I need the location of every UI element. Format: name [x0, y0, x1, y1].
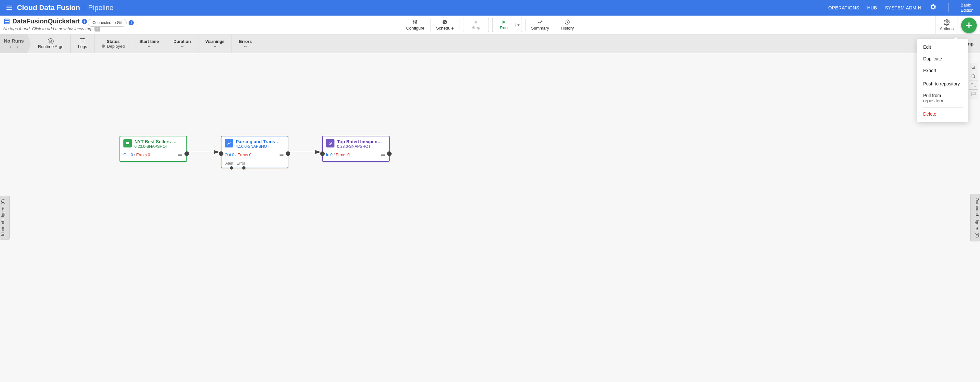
nav-hub[interactable]: HUB [867, 5, 877, 10]
svg-point-11 [416, 21, 417, 21]
git-info-icon[interactable]: i [129, 20, 134, 25]
node2-alert-port[interactable] [230, 166, 233, 170]
stop-button[interactable]: Stop [463, 18, 489, 32]
stop-button-wrap: Stop [460, 16, 492, 34]
status-cell: Status Deployed [94, 34, 132, 53]
edition-selector[interactable]: Basic Edition [961, 3, 977, 13]
node1-menu-icon[interactable] [177, 151, 183, 159]
actions-menu-duplicate[interactable]: Duplicate [917, 53, 968, 65]
node1-title: NYT Best Sellers Ra… [134, 139, 180, 144]
run-button[interactable]: Run [492, 19, 515, 30]
node2-in-port[interactable] [219, 151, 223, 156]
actions-menu-edit[interactable]: Edit [917, 41, 968, 53]
git-status-pill[interactable]: Connected to Git [88, 19, 127, 27]
start-time-cell: Start time -- [132, 34, 166, 53]
node3-title: Top Rated Inexpensi… [337, 139, 382, 144]
warnings-value: -- [214, 44, 216, 49]
nav-system-admin[interactable]: SYSTEM ADMIN [885, 5, 921, 10]
sink-icon [326, 139, 334, 148]
start-header: Start time [139, 39, 159, 44]
errors-header: Errors [239, 39, 251, 44]
node3-in: In 0 [326, 153, 332, 157]
summary-label: Summary [531, 25, 549, 30]
pipeline-name[interactable]: DataFusionQuickstart [12, 18, 80, 25]
stop-label: Stop [471, 25, 480, 30]
svg-point-20 [946, 22, 948, 23]
svg-marker-23 [9, 46, 11, 48]
prev-run-icon[interactable] [8, 45, 13, 49]
runtime-args-icon: M [48, 38, 54, 44]
node3-menu-icon[interactable] [380, 151, 386, 159]
tags-placeholder[interactable]: No tags found. Click to add a new busine… [3, 26, 92, 31]
actions-menu-export[interactable]: Export [917, 65, 968, 76]
node2-out-port[interactable] [286, 151, 290, 156]
hamburger-icon[interactable] [3, 1, 16, 14]
node3-in-port[interactable] [320, 151, 325, 156]
next-run-icon[interactable] [15, 45, 20, 49]
actions-menu-delete[interactable]: Delete [917, 108, 968, 120]
comments-button[interactable] [969, 89, 978, 99]
node-source[interactable]: NYT Best Sellers Ra… 0.23.0-SNAPSHOT Out… [119, 136, 187, 162]
node-transform[interactable]: Parsing and Transfo… 4.10.0-SNAPSHOT Out… [221, 136, 288, 168]
pipeline-logo-icon [3, 18, 10, 25]
actions-menu-push[interactable]: Push to repository [917, 78, 968, 90]
configure-label: Configure [406, 25, 425, 30]
node2-out: Out 0 [225, 153, 234, 157]
schedule-button[interactable]: Schedule [430, 16, 460, 34]
node2-menu-icon[interactable] [278, 151, 285, 159]
section-title: Pipeline [88, 3, 113, 12]
node2-error-port[interactable] [242, 166, 245, 170]
schedule-label: Schedule [436, 25, 453, 30]
history-label: History [561, 25, 574, 30]
start-value: -- [148, 44, 151, 49]
warnings-header: Warnings [205, 39, 225, 44]
run-dropdown-caret[interactable] [515, 23, 522, 27]
edition-line1: Basic [961, 3, 974, 8]
nav-operations[interactable]: OPERATIONS [828, 5, 859, 10]
configure-button[interactable]: Configure [400, 16, 430, 34]
node3-version: 0.23.0-SNAPSHOT [337, 144, 382, 149]
node2-version: 4.10.0-SNAPSHOT [236, 144, 281, 149]
fit-screen-button[interactable] [969, 81, 978, 90]
runtime-args-button[interactable]: M Runtime Args [28, 34, 71, 53]
node-sink[interactable]: Top Rated Inexpensi… 0.23.0-SNAPSHOT In … [322, 136, 390, 162]
node2-title: Parsing and Transfo… [236, 139, 281, 144]
menu-separator [922, 107, 963, 108]
warnings-cell: Warnings -- [199, 34, 232, 53]
summary-button[interactable]: Summary [525, 16, 555, 34]
duration-cell: Duration -- [166, 34, 198, 53]
actions-button[interactable]: Actions [935, 16, 958, 34]
source-icon [123, 139, 132, 148]
duration-value: -- [181, 44, 184, 49]
inbound-triggers-tab[interactable]: Inbound triggers (0) [0, 196, 10, 239]
actions-menu: Edit Duplicate Export Push to repository… [917, 39, 968, 122]
errors-value: -- [244, 44, 247, 49]
run-selector[interactable]: No Runs [0, 34, 28, 53]
node3-err: Errors 0 [336, 153, 350, 157]
svg-rect-34 [126, 142, 129, 144]
svg-rect-15 [474, 21, 477, 23]
run-label: Run [500, 25, 508, 30]
history-button[interactable]: History [555, 16, 580, 34]
logs-label: Logs [78, 44, 87, 49]
svg-point-10 [415, 22, 416, 23]
settings-gear-icon[interactable] [929, 3, 937, 12]
menu-separator [922, 77, 963, 77]
errors-cell: Errors -- [232, 34, 259, 53]
outbound-triggers-tab[interactable]: Outbound triggers (0) [970, 194, 980, 241]
node2-err: Errors 0 [237, 153, 251, 157]
node1-out-port[interactable] [185, 151, 189, 156]
actions-menu-pull[interactable]: Pull from repository [917, 90, 968, 107]
runtime-args-label: Runtime Args [38, 44, 63, 49]
node3-out-port[interactable] [387, 151, 391, 156]
info-icon[interactable]: i [82, 19, 87, 24]
zoom-in-button[interactable] [969, 63, 978, 72]
svg-rect-3 [5, 19, 10, 24]
actions-label: Actions [940, 26, 954, 31]
brand-title: Cloud Data Fusion [17, 3, 80, 12]
zoom-out-button[interactable] [969, 72, 978, 81]
add-fab-button[interactable] [961, 18, 977, 33]
pipeline-canvas[interactable]: Inbound triggers (0) Outbound triggers (… [0, 53, 980, 382]
logs-button[interactable]: Logs [71, 34, 94, 53]
top-header: Cloud Data Fusion Pipeline OPERATIONS HU… [0, 0, 980, 16]
